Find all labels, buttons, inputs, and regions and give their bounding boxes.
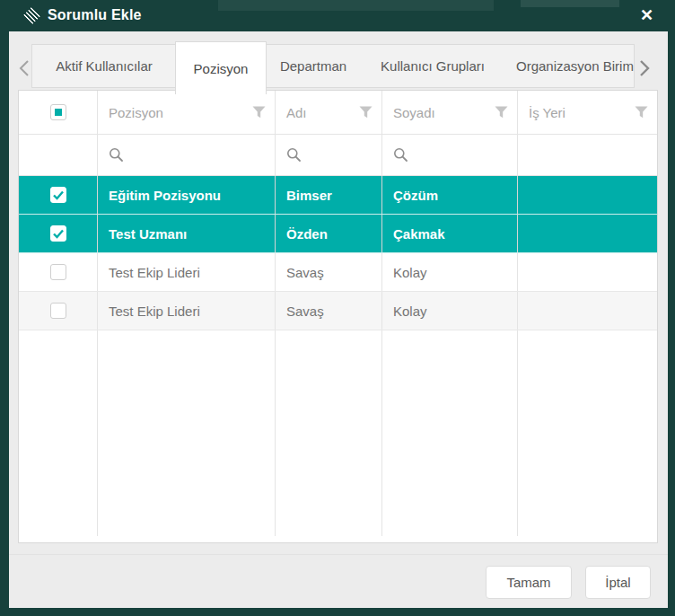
ok-button[interactable]: Tamam <box>486 566 572 599</box>
filter-cell-4[interactable] <box>518 135 657 175</box>
table-header-row: PozisyonAdıSoyadıİş Yeri <box>19 91 657 135</box>
empty-cell <box>19 330 98 536</box>
column-label: İş Yeri <box>529 105 635 120</box>
column-label: Adı <box>286 105 359 120</box>
dialog-diamond-icon <box>23 6 41 24</box>
dialog-title: Sorumlu Ekle <box>48 7 142 23</box>
column-label: Soyadı <box>393 105 495 120</box>
table-cell: Kolay <box>382 253 518 291</box>
tab-pozisyon[interactable]: Pozisyon <box>175 41 267 94</box>
row-checkbox[interactable] <box>50 264 66 280</box>
column-header-1[interactable]: Pozisyon <box>98 91 276 134</box>
filter-icon[interactable] <box>495 106 508 119</box>
dialog-footer: Tamam İptal <box>9 543 668 608</box>
table-empty-area <box>19 330 657 536</box>
tab-strip: Aktif KullanıcılarDepartmanKullanıcı Gru… <box>31 44 635 88</box>
dialog-body: Aktif KullanıcılarDepartmanKullanıcı Gru… <box>9 31 668 608</box>
table-cell: Test Ekip Lideri <box>98 253 276 291</box>
table-cell: Kolay <box>382 292 518 330</box>
table-cell: Test Ekip Lideri <box>98 292 276 330</box>
tab-aktif-kullan-c-lar[interactable]: Aktif Kullanıcılar <box>56 45 153 87</box>
table-cell: Özden <box>276 215 382 252</box>
empty-cell <box>518 330 657 536</box>
table-row[interactable]: Test UzmanıÖzdenÇakmak <box>19 215 657 253</box>
table-cell: Eğitim Pozisyonu <box>98 176 276 214</box>
tab-departman[interactable]: Departman <box>280 45 346 87</box>
filter-icon[interactable] <box>635 106 648 119</box>
tab-organizasyon-birim[interactable]: Organizasyon Birim <box>516 45 634 87</box>
indeterminate-mark <box>55 109 62 116</box>
filter-cell-2[interactable] <box>276 135 382 175</box>
column-header-4[interactable]: İş Yeri <box>518 91 657 134</box>
row-checkbox[interactable] <box>50 187 66 203</box>
table-cell <box>518 253 657 291</box>
cancel-button[interactable]: İptal <box>585 566 651 599</box>
table-filter-row <box>19 135 657 176</box>
table-cell: Savaş <box>276 253 382 291</box>
table-row[interactable]: Eğitim PozisyonuBimserÇözüm <box>19 176 657 215</box>
dialog-window: Sorumlu Ekle ✕ Aktif KullanıcılarDepartm… <box>0 0 675 616</box>
table-cell <box>518 215 657 252</box>
filter-cell-3[interactable] <box>382 135 518 175</box>
tab-scroll-left-icon[interactable] <box>18 59 31 77</box>
column-header-2[interactable]: Adı <box>276 91 382 134</box>
table-cell <box>518 292 657 330</box>
search-icon[interactable] <box>286 147 302 163</box>
search-icon[interactable] <box>393 147 408 163</box>
table-cell: Test Uzmanı <box>98 215 276 252</box>
table-cell: Çakmak <box>382 215 518 252</box>
tab-kullan-c-gruplar-[interactable]: Kullanıcı Grupları <box>381 45 485 87</box>
row-checkbox[interactable] <box>50 225 66 242</box>
search-icon[interactable] <box>109 147 124 163</box>
table-cell: Bimser <box>276 176 382 214</box>
column-header-3[interactable]: Soyadı <box>382 91 518 134</box>
background-highlight <box>218 0 494 11</box>
filter-icon[interactable] <box>252 106 266 119</box>
column-label: Pozisyon <box>109 105 252 120</box>
table-row[interactable]: Test Ekip LideriSavaşKolay <box>19 253 657 292</box>
dialog-titlebar: Sorumlu Ekle ✕ <box>0 0 675 31</box>
filter-cell-1[interactable] <box>98 135 276 175</box>
background-highlight <box>521 0 619 7</box>
table-cell: Çözüm <box>382 176 518 214</box>
filter-cell-select <box>19 135 98 175</box>
empty-cell <box>276 330 382 536</box>
row-checkbox[interactable] <box>50 303 66 319</box>
select-all-checkbox[interactable] <box>50 104 66 120</box>
table-cell: Savaş <box>276 292 382 330</box>
close-icon[interactable]: ✕ <box>640 6 653 24</box>
empty-cell <box>98 330 276 536</box>
tab-scroll-right-icon[interactable] <box>638 59 651 77</box>
empty-cell <box>382 330 518 536</box>
table-row[interactable]: Test Ekip LideriSavaşKolay <box>19 292 657 330</box>
table-cell <box>518 176 657 214</box>
filter-icon[interactable] <box>359 106 373 119</box>
table-panel: PozisyonAdıSoyadıİş Yeri Eğitim Pozisyon… <box>18 90 658 543</box>
